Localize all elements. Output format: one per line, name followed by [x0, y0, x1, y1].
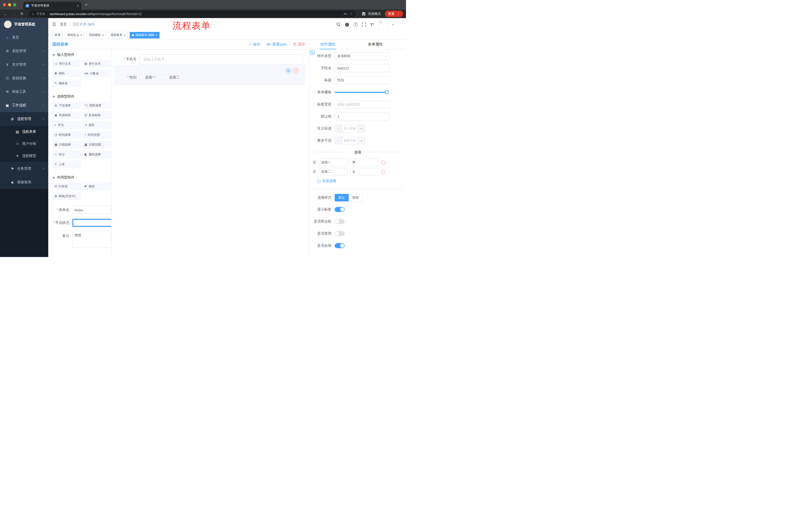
form-grid-slider[interactable]: [335, 88, 389, 96]
palette-item-date-range[interactable]: ▩日期范围: [82, 141, 111, 148]
sidebar-item-home[interactable]: ⌂ 首页: [0, 31, 48, 44]
palette-item-password[interactable]: ✱密码: [52, 70, 81, 77]
sidebar-item-system[interactable]: ⚙ 系统管理 ∨: [0, 44, 48, 58]
tag-process-model[interactable]: 流程模型 ×: [86, 32, 106, 38]
decrease-button[interactable]: −: [335, 137, 342, 144]
option2-value-input[interactable]: [350, 168, 378, 175]
option1-label-input[interactable]: [319, 159, 347, 166]
gender-option2-checkbox[interactable]: 选项二: [164, 75, 180, 80]
tab-close-icon[interactable]: ×: [77, 4, 79, 8]
tab-form-props[interactable]: 表单属性: [367, 39, 383, 49]
sidebar-item-user-group[interactable]: ⚇ 用户分组: [0, 138, 48, 150]
clear-button[interactable]: 清空: [293, 42, 305, 47]
gender-option1-checkbox[interactable]: 选项一: [140, 75, 155, 80]
form-remark-textarea[interactable]: 嘿嘿: [72, 232, 111, 248]
delete-field-button[interactable]: [293, 68, 299, 74]
palette-item-cascader[interactable]: ⌥级联选择: [82, 102, 111, 109]
palette-item-single-line-text[interactable]: ▭单行文本: [52, 60, 81, 67]
sidebar-item-task-manage[interactable]: ⚑ 任务管理 ∨: [0, 162, 48, 175]
palette-item-button[interactable]: ☛按钮: [82, 183, 111, 190]
drag-handle-icon[interactable]: ☰: [313, 160, 317, 164]
add-option-button[interactable]: + 添加选项: [317, 179, 406, 184]
palette-item-table[interactable]: ⊞表格[开发中]: [52, 192, 81, 200]
bookmark-star-icon[interactable]: ☆: [349, 11, 353, 16]
palette-item-counter[interactable]: 123计数器: [82, 70, 111, 77]
browser-tab[interactable]: 芋道管理系统 ×: [23, 2, 81, 9]
palette-item-checkbox-group[interactable]: ☑多选框组: [82, 111, 111, 119]
increase-button[interactable]: +: [358, 125, 365, 132]
sidebar-item-process-form[interactable]: ▤ 流程表单: [0, 126, 48, 138]
sidebar-item-leave-query[interactable]: ☻ 请假查询: [0, 175, 48, 189]
palette-item-switch[interactable]: ◐开关: [52, 121, 81, 129]
forward-icon[interactable]: →: [11, 12, 17, 16]
reload-icon[interactable]: ↻: [19, 11, 25, 16]
form-name-input[interactable]: [72, 206, 111, 214]
tab-component-props[interactable]: 组件属性: [320, 39, 336, 49]
palette-item-editor[interactable]: ✎编辑器: [52, 79, 81, 87]
tag-close-icon[interactable]: ×: [80, 33, 82, 37]
view-json-button[interactable]: 查看json: [266, 42, 287, 47]
drag-handle-icon[interactable]: ☰: [313, 170, 317, 174]
back-icon[interactable]: ←: [3, 12, 8, 16]
palette-item-upload[interactable]: ⇪上传: [52, 160, 81, 168]
minimize-window-button[interactable]: [8, 3, 11, 6]
password-key-icon[interactable]: [343, 12, 347, 16]
style-button-button[interactable]: 按钮: [349, 194, 362, 201]
maximize-window-button[interactable]: [13, 3, 16, 6]
new-tab-button[interactable]: +: [85, 2, 88, 7]
tag-home[interactable]: 首页: [52, 32, 63, 38]
duplicate-field-button[interactable]: [286, 68, 291, 74]
tag-close-icon[interactable]: ×: [124, 33, 125, 37]
update-button[interactable]: 更新 ⋮: [385, 10, 403, 17]
component-type-select[interactable]: 多选框组∨: [335, 52, 389, 60]
save-button[interactable]: ✓ 保存: [249, 42, 261, 47]
palette-item-slider[interactable]: ⊸滑块: [82, 121, 111, 129]
palette-item-row-container[interactable]: ⊡行容器: [52, 183, 81, 190]
required-toggle[interactable]: [335, 243, 345, 248]
palette-item-time-range[interactable]: ◔时间范围: [82, 131, 111, 139]
sidebar-item-process-model[interactable]: ✈ 流程模型: [0, 150, 48, 162]
tag-close-icon[interactable]: ×: [155, 33, 157, 37]
sidebar-item-infrastructure[interactable]: ☷ 基础设施 ∨: [0, 72, 48, 85]
font-size-icon[interactable]: TT: [370, 22, 374, 27]
sidebar-item-workflow[interactable]: ▣ 工作流程 ∧: [0, 99, 48, 112]
field-name-input[interactable]: [335, 64, 389, 72]
address-bar[interactable]: ⚠ 不安全 dashboard.yudao.iocoder.cn/bpm/man…: [29, 10, 356, 17]
tag-process-form-edit[interactable]: 流程表单-编辑 ×: [129, 32, 160, 38]
browser-menu-icon[interactable]: ⋮: [397, 12, 400, 16]
breadcrumb-home[interactable]: 首页: [60, 22, 67, 27]
palette-item-time-picker[interactable]: ◷时间选择: [52, 131, 81, 139]
palette-item-select[interactable]: ◎下拉选择: [52, 102, 81, 109]
sidebar-item-payment[interactable]: ¥ 支付管理 ∨: [0, 58, 48, 72]
label-width-input[interactable]: [335, 100, 389, 108]
option2-label-input[interactable]: [319, 168, 347, 175]
default-value-input[interactable]: [335, 112, 389, 120]
min-select-input[interactable]: [342, 125, 358, 132]
slider-thumb[interactable]: [385, 90, 389, 94]
palette-item-multi-line-text[interactable]: ▤多行文本: [82, 60, 111, 67]
style-default-button[interactable]: 默认: [335, 194, 349, 201]
palette-item-rate[interactable]: ☆评分: [52, 151, 81, 158]
close-window-button[interactable]: [3, 3, 6, 6]
max-select-input[interactable]: [342, 137, 358, 144]
status-on-radio[interactable]: 开启: [72, 218, 112, 227]
increase-button[interactable]: +: [358, 137, 365, 144]
disabled-toggle[interactable]: [335, 231, 345, 236]
remove-option-button[interactable]: −: [381, 160, 385, 165]
sidebar-item-dev-tools[interactable]: ⚒ 研发工具 ∨: [0, 85, 48, 99]
fullscreen-icon[interactable]: [362, 22, 366, 27]
app-logo[interactable]: 芋道管理系统: [0, 18, 48, 31]
help-icon[interactable]: ?: [353, 22, 358, 27]
panel-link-button[interactable]: [310, 50, 315, 55]
palette-item-color-picker[interactable]: ◧颜色选择: [82, 151, 111, 158]
hamburger-icon[interactable]: ☰: [48, 22, 60, 27]
tag-close-icon[interactable]: ×: [102, 33, 104, 37]
avatar-caret-icon[interactable]: ∨: [392, 23, 394, 26]
option1-value-input[interactable]: [350, 159, 378, 166]
border-toggle[interactable]: [335, 219, 345, 224]
palette-item-radio-group[interactable]: ◉单选框组: [52, 111, 81, 119]
title-input[interactable]: [335, 76, 389, 84]
decrease-button[interactable]: −: [335, 125, 342, 132]
phone-input[interactable]: [140, 54, 303, 64]
tag-process-form[interactable]: 流程表单 ×: [108, 32, 127, 38]
